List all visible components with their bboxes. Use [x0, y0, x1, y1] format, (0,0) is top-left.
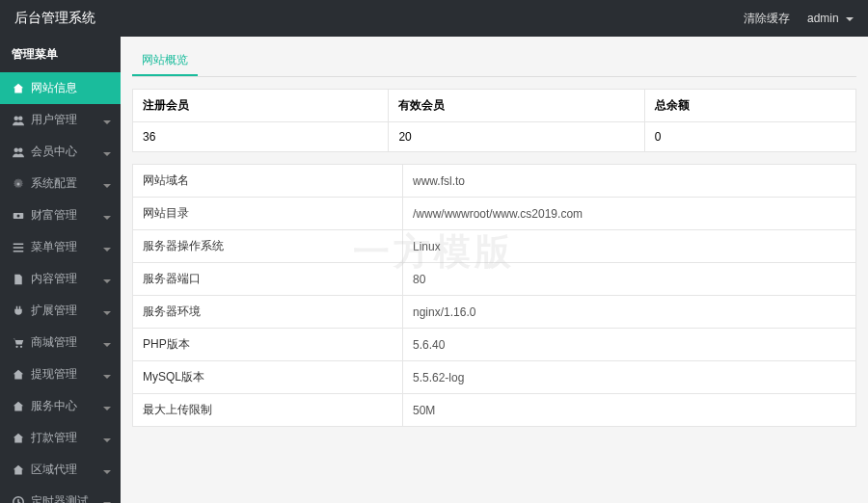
user-name: admin: [807, 12, 839, 25]
info-key: 服务器端口: [133, 263, 403, 296]
sidebar-item-label: 提现管理: [31, 366, 77, 383]
list-icon: [12, 242, 25, 253]
info-value: www.fsl.to: [403, 165, 856, 198]
info-row: 服务器端口80: [133, 263, 856, 296]
sidebar-item-8[interactable]: 商城管理: [0, 327, 121, 358]
sidebar-item-0[interactable]: 网站信息: [0, 72, 121, 104]
svg-point-2: [14, 147, 19, 152]
sidebar-item-11[interactable]: 打款管理: [0, 422, 121, 454]
chevron-down-icon: [103, 432, 111, 445]
chevron-down-icon: [103, 495, 111, 504]
sidebar-item-4[interactable]: 财富管理: [0, 199, 121, 231]
sidebar-item-label: 打款管理: [31, 430, 77, 446]
app-title: 后台管理系统: [14, 10, 95, 27]
info-key: PHP版本: [133, 329, 403, 361]
sidebar-item-6[interactable]: 内容管理: [0, 263, 121, 295]
sidebar-item-13[interactable]: 定时器测试: [0, 486, 121, 503]
sidebar-item-12[interactable]: 区域代理: [0, 454, 121, 486]
chevron-down-icon: [103, 368, 111, 382]
home-icon: [12, 369, 25, 381]
sidebar-item-label: 扩展管理: [31, 303, 77, 319]
sidebar-item-label: 定时器测试: [31, 493, 89, 503]
home-icon: [12, 83, 25, 94]
file-icon: [12, 274, 25, 285]
home-icon: [12, 464, 25, 476]
users-icon: [12, 115, 25, 126]
info-row: 网站域名www.fsl.to: [133, 165, 856, 198]
sidebar: 管理菜单 网站信息用户管理会员中心系统配置财富管理菜单管理内容管理扩展管理商城管…: [0, 37, 121, 503]
users-icon: [12, 146, 25, 158]
info-row: MySQL版本5.5.62-log: [133, 361, 856, 394]
svg-point-10: [15, 345, 17, 347]
chevron-down-icon: [103, 241, 111, 254]
svg-point-3: [18, 147, 23, 152]
sidebar-item-9[interactable]: 提现管理: [0, 358, 121, 390]
chevron-down-icon: [846, 17, 854, 21]
sidebar-item-label: 内容管理: [31, 271, 77, 287]
sidebar-item-3[interactable]: 系统配置: [0, 168, 121, 199]
info-value: nginx/1.16.0: [403, 296, 856, 329]
user-menu[interactable]: admin: [807, 12, 854, 25]
sidebar-item-label: 网站信息: [31, 80, 77, 96]
info-key: MySQL版本: [133, 361, 403, 394]
svg-rect-9: [14, 251, 24, 252]
sidebar-item-label: 区域代理: [31, 462, 77, 478]
chevron-down-icon: [103, 146, 111, 159]
sidebar-item-7[interactable]: 扩展管理: [0, 295, 121, 327]
sidebar-item-10[interactable]: 服务中心: [0, 390, 121, 422]
chevron-down-icon: [103, 114, 111, 127]
info-value: /www/wwwroot/www.cs2019.com: [403, 198, 856, 230]
info-key: 网站目录: [133, 198, 403, 230]
info-value: 5.5.62-log: [403, 361, 856, 394]
main-content: 网站概览 注册会员有效会员总余额 36200 网站域名www.fsl.to网站目…: [121, 37, 868, 503]
info-value: 5.6.40: [403, 329, 856, 361]
tab-bar: 网站概览: [132, 46, 856, 77]
clear-cache-link[interactable]: 清除缓存: [744, 11, 790, 27]
sidebar-header: 管理菜单: [0, 37, 121, 72]
info-key: 服务器环境: [133, 296, 403, 329]
sidebar-item-label: 商城管理: [31, 334, 77, 351]
cart-icon: [12, 337, 25, 349]
sidebar-item-label: 财富管理: [31, 207, 77, 224]
info-key: 网站域名: [133, 165, 403, 198]
info-row: 服务器操作系统Linux: [133, 230, 856, 263]
stats-value: 36: [133, 122, 389, 152]
chevron-down-icon: [103, 209, 111, 223]
sidebar-item-label: 系统配置: [31, 175, 77, 192]
info-key: 最大上传限制: [133, 394, 403, 427]
tab-overview[interactable]: 网站概览: [132, 46, 198, 76]
home-icon: [12, 401, 25, 412]
svg-point-0: [14, 116, 19, 120]
chevron-down-icon: [103, 304, 111, 318]
stats-value: 0: [644, 122, 855, 152]
chevron-down-icon: [103, 463, 111, 477]
info-table: 网站域名www.fsl.to网站目录/www/wwwroot/www.cs201…: [132, 164, 856, 427]
chevron-down-icon: [103, 336, 111, 350]
stats-table: 注册会员有效会员总余额 36200: [132, 89, 856, 152]
chevron-down-icon: [103, 177, 111, 191]
sidebar-item-2[interactable]: 会员中心: [0, 136, 121, 168]
info-value: Linux: [403, 230, 856, 263]
stats-header: 有效会员: [389, 90, 644, 122]
chevron-down-icon: [103, 400, 111, 413]
stats-header: 总余额: [644, 90, 855, 122]
svg-rect-8: [14, 247, 24, 249]
sidebar-item-label: 菜单管理: [31, 239, 77, 255]
money-icon: [12, 210, 25, 222]
sidebar-item-label: 用户管理: [31, 112, 77, 128]
info-value: 80: [403, 263, 856, 296]
sidebar-item-1[interactable]: 用户管理: [0, 104, 121, 136]
svg-point-11: [20, 345, 22, 347]
cogs-icon: [12, 178, 25, 190]
topbar-right: 清除缓存 admin: [744, 11, 854, 27]
home-icon: [12, 433, 25, 444]
sidebar-item-5[interactable]: 菜单管理: [0, 231, 121, 263]
info-row: 服务器环境nginx/1.16.0: [133, 296, 856, 329]
svg-point-1: [18, 116, 23, 120]
svg-rect-7: [14, 243, 24, 245]
plug-icon: [12, 305, 25, 317]
topbar: 后台管理系统 清除缓存 admin: [0, 0, 868, 37]
info-row: PHP版本5.6.40: [133, 329, 856, 361]
stats-value: 20: [389, 122, 644, 152]
info-row: 网站目录/www/wwwroot/www.cs2019.com: [133, 198, 856, 230]
